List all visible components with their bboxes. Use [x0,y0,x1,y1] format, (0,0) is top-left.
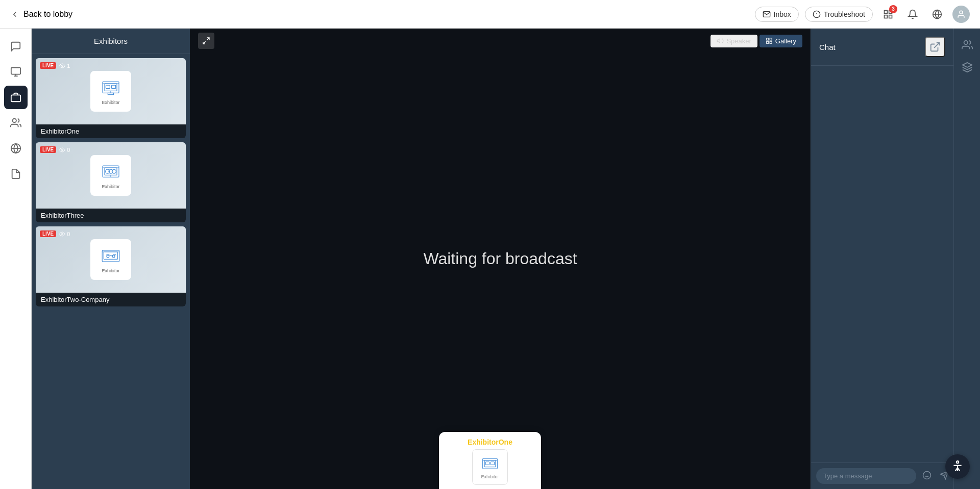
speaker-icon [717,37,724,44]
back-to-lobby-label: Back to lobby [23,10,72,19]
sidebar-item-chat[interactable] [4,35,28,58]
chat-panel: Chat [811,29,953,489]
video-topbar: Speaker Gallery [190,29,811,53]
external-link-icon [929,41,941,53]
sidebar-item-groups[interactable] [4,162,28,186]
svg-rect-27 [105,168,117,175]
main-area: Exhibitors LIVE 1 [32,29,980,489]
chat-header: Chat [811,29,953,66]
attendees-button[interactable] [957,35,977,55]
svg-rect-44 [767,41,769,43]
svg-point-14 [12,119,16,122]
svg-rect-58 [491,462,494,465]
people-icon [10,117,21,128]
exhibitor-name-1: ExhibitorOne [41,127,79,135]
emoji-button[interactable] [920,469,934,483]
exhibitor-card-3[interactable]: LIVE 0 [36,226,186,306]
live-badge-2: LIVE [40,146,56,153]
svg-rect-35 [104,252,117,259]
speaker-view-button[interactable]: Speaker [710,35,757,47]
expand-icon [202,37,210,45]
monitor-icon [10,66,21,78]
avatar[interactable] [952,6,970,23]
troubleshoot-button[interactable]: Troubleshoot [805,7,873,22]
exhibitors-panel: Exhibitors LIVE 1 [32,29,190,489]
viewer-count-2: 0 [59,147,70,153]
left-sidebar [0,29,32,489]
bottom-booth-icon [481,455,499,473]
svg-rect-42 [767,38,769,40]
networking-icon [10,143,21,154]
exhibitors-title: Exhibitors [94,37,128,45]
back-to-lobby-btn[interactable]: Back to lobby [10,10,72,19]
exhibitor-name-3: ExhibitorTwo-Company [41,296,109,303]
svg-rect-23 [112,85,116,88]
svg-point-9 [960,11,963,14]
troubleshoot-icon [813,10,821,18]
groups-icon [10,168,21,179]
globe-button[interactable] [928,5,946,23]
svg-rect-5 [885,15,888,18]
svg-point-47 [923,472,931,479]
waiting-text: Waiting for broadcast [190,29,811,489]
header-right: Inbox Troubleshoot 3 [755,5,970,23]
exhibitor-logo-label-1: Exhibitor [102,100,119,105]
notification-badge: 3 [889,5,897,13]
booth-icon-1 [101,78,121,98]
eye-icon-3 [59,231,65,237]
chat-input[interactable] [816,468,916,484]
bottom-exhibitor-logo: Exhibitor [472,449,508,485]
live-badge-row-3: LIVE 0 [40,230,70,237]
exhibitors-icon [10,92,21,103]
sidebar-item-networking[interactable] [4,137,28,160]
exhibitor-card-1[interactable]: LIVE 1 [36,58,186,138]
gallery-label: Gallery [775,37,796,45]
user-icon [957,10,966,19]
sidebar-item-people[interactable] [4,111,28,135]
emoji-icon [922,471,932,480]
bell-icon [908,9,918,19]
svg-rect-22 [106,85,110,88]
chat-icon [10,41,21,52]
svg-point-33 [62,233,63,235]
gallery-icon [766,37,773,44]
globe-icon [932,9,942,19]
svg-point-59 [957,461,959,463]
exhibitor-card-info-1: ExhibitorOne [36,124,186,138]
svg-marker-53 [962,63,971,67]
svg-rect-21 [108,93,113,94]
exhibitor-icon-1: Exhibitor [90,71,131,112]
exhibitor-card-info-2: ExhibitorThree [36,209,186,222]
exhibitors-header: Exhibitors [32,29,190,54]
exhibitor-logo-label-3: Exhibitor [102,268,119,273]
svg-line-39 [207,38,209,40]
view-toggle: Speaker Gallery [710,35,802,47]
svg-line-40 [203,41,206,44]
layers-button[interactable] [957,57,977,78]
eye-icon-1 [59,63,65,69]
svg-marker-41 [718,39,720,43]
expand-button[interactable] [198,33,214,49]
inbox-button[interactable]: Inbox [755,7,799,22]
svg-rect-19 [105,84,117,91]
svg-line-46 [934,43,939,48]
sidebar-item-exhibitors[interactable] [4,86,28,109]
svg-rect-3 [885,10,888,13]
notifications-button[interactable]: 3 [879,5,897,23]
live-badge-row-2: LIVE 0 [40,146,70,153]
svg-point-52 [964,41,967,44]
accessibility-button[interactable] [945,454,970,479]
exhibitor-card-2[interactable]: LIVE 0 [36,142,186,222]
chat-messages [811,66,953,462]
svg-rect-55 [484,460,496,467]
svg-rect-43 [770,38,772,40]
chat-expand-button[interactable] [925,37,945,57]
bell-button[interactable] [903,5,922,23]
exhibitor-card-info-3: ExhibitorTwo-Company [36,293,186,306]
svg-rect-45 [770,41,772,43]
gallery-view-button[interactable]: Gallery [760,35,802,47]
svg-rect-13 [11,95,20,101]
sidebar-item-sessions[interactable] [4,60,28,84]
speaker-label: Speaker [726,37,751,45]
accessibility-icon [951,460,964,473]
